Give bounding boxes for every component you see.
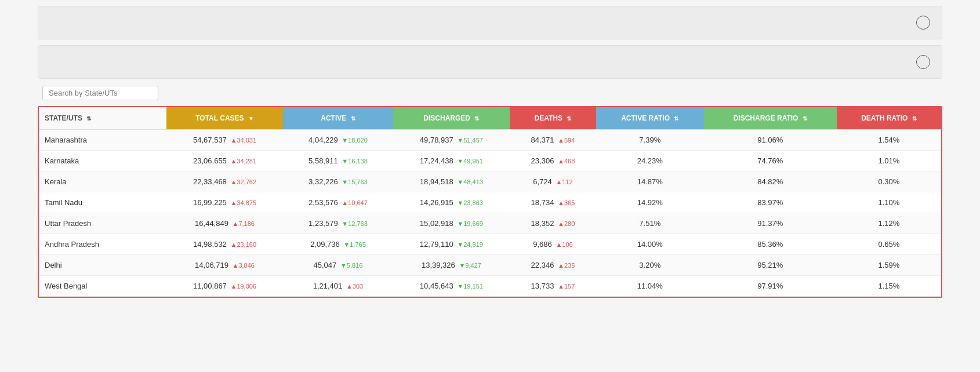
table-row: Delhi14,06,719 3,84645,047 5,81613,39,32…: [39, 255, 941, 276]
cell-deaths: 18,352 280: [510, 213, 596, 234]
cell-discharge_ratio: 95.21%: [704, 255, 837, 276]
cell-death_ratio: 0.65%: [837, 234, 941, 255]
col-header-discharged[interactable]: DISCHARGED ⇅: [393, 107, 510, 130]
table-row: West Bengal11,00,867 19,0061,21,401 3031…: [39, 276, 941, 297]
cell-deaths: 18,734 365: [510, 192, 596, 213]
cell-death_ratio: 0.30%: [837, 172, 941, 192]
cell-state: Karnataka: [39, 151, 166, 172]
cell-discharged: 14,26,915 23,863: [393, 192, 510, 213]
cell-total: 16,44,849 7,186: [166, 213, 283, 234]
vaccine-accordion-icon[interactable]: [916, 16, 930, 30]
cell-total: 16,99,225 34,875: [166, 192, 283, 213]
cell-discharge_ratio: 91.06%: [704, 130, 837, 151]
col-header-active_ratio[interactable]: ACTIVE RATIO ⇅: [596, 107, 704, 130]
cell-active: 5,58,911 16,138: [283, 151, 393, 172]
cell-deaths: 23,306 468: [510, 151, 596, 172]
cell-total: 23,06,655 34,281: [166, 151, 283, 172]
cell-active: 45,047 5,816: [283, 255, 393, 276]
cell-discharge_ratio: 97.91%: [704, 276, 837, 297]
cell-discharge_ratio: 84.82%: [704, 172, 837, 192]
cell-deaths: 13,733 157: [510, 276, 596, 297]
cell-discharged: 13,39,326 9,427: [393, 255, 510, 276]
cell-discharge_ratio: 91.37%: [704, 213, 837, 234]
cell-death_ratio: 1.10%: [837, 192, 941, 213]
cell-state: Uttar Pradesh: [39, 213, 166, 234]
cell-discharge_ratio: 83.97%: [704, 192, 837, 213]
cell-discharged: 15,02,918 19,669: [393, 213, 510, 234]
cell-total: 54,67,537 34,031: [166, 130, 283, 151]
status-accordion[interactable]: [38, 45, 942, 79]
cell-active: 1,21,401 303: [283, 276, 393, 297]
cell-total: 14,06,719 3,846: [166, 255, 283, 276]
cell-death_ratio: 1.54%: [837, 130, 941, 151]
cell-state: Kerala: [39, 172, 166, 192]
col-header-active[interactable]: ACTIVE ⇅: [283, 107, 393, 130]
cell-discharged: 17,24,438 49,951: [393, 151, 510, 172]
cell-discharge_ratio: 74.76%: [704, 151, 837, 172]
cell-active_ratio: 11.04%: [596, 276, 704, 297]
cell-deaths: 84,371 594: [510, 130, 596, 151]
col-header-total[interactable]: TOTAL CASES ▼: [166, 107, 283, 130]
cell-state: Delhi: [39, 255, 166, 276]
cell-discharged: 49,78,937 51,457: [393, 130, 510, 151]
cell-discharged: 12,79,110 24,819: [393, 234, 510, 255]
table-row: Tamil Nadu16,99,225 34,8752,53,576 10,64…: [39, 192, 941, 213]
status-accordion-icon[interactable]: [916, 55, 930, 69]
cell-active_ratio: 7.39%: [596, 130, 704, 151]
cell-state: Tamil Nadu: [39, 192, 166, 213]
cell-death_ratio: 1.01%: [837, 151, 941, 172]
cell-discharge_ratio: 85.36%: [704, 234, 837, 255]
cell-state: West Bengal: [39, 276, 166, 297]
table-row: Kerala22,33,468 32,7623,32,226 15,76318,…: [39, 172, 941, 192]
cell-deaths: 9,686 106: [510, 234, 596, 255]
search-row: [38, 86, 942, 100]
table-row: Karnataka23,06,655 34,2815,58,911 16,138…: [39, 151, 941, 172]
statewise-table: STATE/UTS ⇅TOTAL CASES ▼ACTIVE ⇅DISCHARG…: [39, 107, 941, 297]
table-header: STATE/UTS ⇅TOTAL CASES ▼ACTIVE ⇅DISCHARG…: [39, 107, 941, 130]
cell-total: 22,33,468 32,762: [166, 172, 283, 192]
cell-active_ratio: 14.92%: [596, 192, 704, 213]
cell-death_ratio: 1.59%: [837, 255, 941, 276]
col-header-state[interactable]: STATE/UTS ⇅: [39, 107, 166, 130]
cell-total: 11,00,867 19,006: [166, 276, 283, 297]
cell-active: 2,09,736 1,765: [283, 234, 393, 255]
table-row: Andhra Pradesh14,98,532 23,1602,09,736 1…: [39, 234, 941, 255]
cell-total: 14,98,532 23,160: [166, 234, 283, 255]
cell-active_ratio: 14.87%: [596, 172, 704, 192]
col-header-discharge_ratio[interactable]: DISCHARGE RATIO ⇅: [704, 107, 837, 130]
cell-active_ratio: 3.20%: [596, 255, 704, 276]
table-body: Maharashtra54,67,537 34,0314,04,229 18,0…: [39, 130, 941, 297]
cell-deaths: 6,724 112: [510, 172, 596, 192]
cell-death_ratio: 1.12%: [837, 213, 941, 234]
statewise-table-wrapper: STATE/UTS ⇅TOTAL CASES ▼ACTIVE ⇅DISCHARG…: [38, 106, 942, 298]
vaccine-accordion[interactable]: [38, 6, 942, 39]
cell-active_ratio: 24.23%: [596, 151, 704, 172]
cell-state: Andhra Pradesh: [39, 234, 166, 255]
search-input[interactable]: [42, 86, 158, 100]
cell-discharged: 10,45,643 19,151: [393, 276, 510, 297]
cell-state: Maharashtra: [39, 130, 166, 151]
cell-active_ratio: 14.00%: [596, 234, 704, 255]
cell-active: 4,04,229 18,020: [283, 130, 393, 151]
cell-deaths: 22,346 235: [510, 255, 596, 276]
col-header-deaths[interactable]: DEATHS ⇅: [510, 107, 596, 130]
cell-active: 1,23,579 12,763: [283, 213, 393, 234]
cell-discharged: 18,94,518 48,413: [393, 172, 510, 192]
col-header-death_ratio[interactable]: DEATH RATIO ⇅: [837, 107, 941, 130]
cell-active_ratio: 7.51%: [596, 213, 704, 234]
cell-active: 3,32,226 15,763: [283, 172, 393, 192]
table-row: Uttar Pradesh16,44,849 7,1861,23,579 12,…: [39, 213, 941, 234]
cell-death_ratio: 1.15%: [837, 276, 941, 297]
cell-active: 2,53,576 10,647: [283, 192, 393, 213]
table-row: Maharashtra54,67,537 34,0314,04,229 18,0…: [39, 130, 941, 151]
